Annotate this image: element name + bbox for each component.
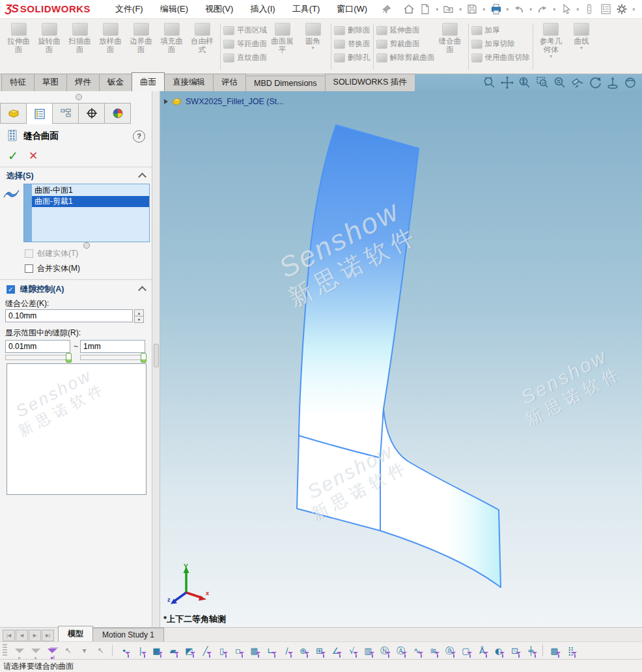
ribbon-large-button[interactable]: 边界曲 面 (126, 21, 156, 60)
command-tab[interactable]: 特征 (1, 74, 35, 91)
filter-routing-points-icon[interactable]: ╪ (524, 643, 538, 658)
filter-origins-icon[interactable]: ⊕ (296, 643, 310, 658)
ribbon-small-button[interactable]: 解除剪裁曲面 (376, 52, 435, 63)
surfaces-to-knit-listbox[interactable]: 曲面-中面1 曲面-剪裁1 (23, 184, 150, 242)
filter-vertices-icon[interactable]: • (117, 643, 131, 658)
document-name[interactable]: SWX2025_Fillet_JOE (St... (186, 97, 284, 106)
filter-splines-icon[interactable]: ∿ (410, 643, 424, 658)
selection-filter-toggle-icon[interactable] (12, 643, 26, 658)
filter-datum-targets-icon[interactable]: Å (475, 643, 489, 658)
filter-sketch-points-icon[interactable]: ▫ (231, 643, 245, 658)
gap-control-checkbox[interactable]: ✓ (7, 285, 15, 294)
tab-configurations[interactable] (52, 103, 79, 124)
toolbar-drag-handle[interactable] (3, 644, 7, 657)
filter-equations-icon[interactable]: √ (345, 643, 359, 658)
filter-mesh-faces-icon[interactable]: ▩ (548, 643, 561, 658)
ribbon-small-button[interactable]: 直纹曲面 (223, 52, 267, 63)
options-gear-icon[interactable] (614, 1, 630, 17)
tree-expand-arrow-icon[interactable] (164, 99, 168, 104)
command-tab[interactable]: 钣金 (99, 74, 132, 91)
sheet-nav-button[interactable]: ◀ (16, 630, 28, 641)
view-settings-icon[interactable] (570, 75, 585, 91)
new-document-caret[interactable]: ▾ (434, 7, 440, 12)
ok-button[interactable]: ✓ (8, 148, 18, 163)
undo-caret[interactable]: ▾ (527, 7, 534, 12)
filter-centroids-icon[interactable]: ◐ (492, 643, 505, 658)
tab-display-manager[interactable] (104, 103, 131, 124)
filter-dashed-outline-icon[interactable]: ▢ (459, 643, 473, 658)
save-caret[interactable]: ▾ (481, 7, 487, 12)
model-canvas[interactable] (160, 91, 642, 627)
ribbon-small-button[interactable]: 等距曲面 (223, 38, 267, 49)
menu-item[interactable]: 文件(F) (107, 0, 151, 18)
gap-range-max-input[interactable] (80, 340, 145, 353)
gap-range-max-slider[interactable] (80, 355, 147, 360)
ribbon-small-button[interactable]: 替换面 (334, 38, 370, 49)
listbox-resize-handle[interactable] (83, 242, 90, 249)
sheet-nav-button[interactable]: |◀ (3, 630, 15, 641)
selection-group-header[interactable]: 选择(S) (0, 169, 152, 182)
slider-knob[interactable] (141, 353, 147, 363)
filter-weld-beads-icon[interactable]: ≋ (426, 643, 440, 658)
ribbon-large-button[interactable]: 参考几 何体 ▾ (536, 21, 566, 60)
sheet-nav-button[interactable]: ▶ (29, 630, 41, 641)
filter-sketches-icon[interactable]: ▦ (247, 643, 261, 658)
filter-faces-icon[interactable]: ■ (150, 643, 163, 658)
ribbon-large-button[interactable]: 圆角 ▾ (298, 21, 328, 60)
menu-item[interactable]: 插入(I) (242, 0, 283, 18)
redo-caret[interactable]: ▾ (551, 7, 557, 12)
panel-collapse-handle[interactable] (76, 94, 82, 100)
panel-splitter[interactable] (152, 91, 160, 627)
filter-coordinate-systems-icon[interactable]: ⊞ (313, 643, 326, 658)
tab-property-manager[interactable] (26, 103, 53, 124)
selected-surface-item[interactable]: 曲面-中面1 (32, 185, 149, 196)
command-tab[interactable]: 曲面 (132, 72, 165, 91)
filter-surface-bodies-icon[interactable]: ▰ (166, 643, 180, 658)
ribbon-large-button[interactable]: 旋转曲 面 (34, 21, 64, 60)
slider-knob[interactable] (66, 353, 72, 363)
gap-results-listbox[interactable] (7, 363, 147, 495)
open-document-icon[interactable] (441, 1, 456, 17)
filter-dimension-values-icon[interactable]: ▥ (361, 643, 375, 658)
undo-icon[interactable] (511, 1, 527, 17)
select-cursor-caret[interactable]: ▾ (574, 7, 581, 12)
pan-icon[interactable] (499, 75, 515, 91)
separator-1[interactable] (110, 643, 115, 658)
sheet-nav-button[interactable]: ▶| (42, 630, 54, 641)
splitter-grip[interactable] (154, 344, 159, 367)
select-dropdown-caret[interactable]: ▾ (77, 643, 91, 658)
knit-surface-button[interactable]: 缝合曲 面 (435, 21, 466, 60)
command-tab[interactable]: 直接编辑 (164, 74, 214, 91)
pin-menu-icon[interactable] (382, 4, 392, 14)
zoom-to-fit-icon[interactable] (482, 75, 497, 91)
zoom-to-selection-icon[interactable] (552, 75, 568, 91)
filter-annotations-icon[interactable]: Ⓐ (394, 643, 408, 658)
open-document-caret[interactable]: ▾ (457, 7, 464, 12)
sheet-tab[interactable]: 模型 (58, 626, 93, 642)
home-icon[interactable] (401, 1, 417, 17)
ribbon-large-button[interactable]: 扫描曲 面 (64, 21, 95, 60)
ribbon-large-button[interactable]: 填充曲 面 (156, 21, 187, 60)
menu-item[interactable]: 工具(T) (285, 0, 328, 18)
gap-control-group-header[interactable]: ✓ 缝隙控制(A) (0, 283, 152, 296)
options-gear-caret[interactable]: ▾ (630, 7, 637, 12)
ribbon-small-button[interactable]: 延伸曲面 (376, 25, 435, 36)
model-surface-trim[interactable] (380, 409, 501, 587)
select-cursor-icon[interactable]: ↖ (61, 643, 75, 658)
spinner-down-icon[interactable]: ▼ (134, 316, 144, 323)
menu-item[interactable]: 视图(V) (197, 0, 241, 18)
zoom-in-out-icon[interactable] (517, 75, 533, 91)
filter-solid-bodies-icon[interactable]: ◩ (182, 643, 196, 658)
filter-axes-icon[interactable]: ╱ (199, 643, 212, 658)
select-cursor-icon[interactable] (558, 1, 574, 17)
command-tab[interactable]: MBD Dimensions (245, 76, 326, 91)
zoom-to-area-icon[interactable] (535, 75, 550, 91)
selected-surface-item[interactable]: 曲面-剪裁1 (32, 196, 149, 207)
sheet-tab[interactable]: Motion Study 1 (92, 628, 164, 642)
redo-icon[interactable] (535, 1, 550, 17)
command-tab[interactable]: SOLIDWORKS 插件 (325, 74, 415, 91)
ribbon-small-button[interactable]: 剪裁曲面 (376, 38, 435, 49)
ribbon-small-button[interactable]: 使用曲面切除 (471, 52, 530, 63)
graphics-area[interactable]: SWX2025_Fillet_JOE (St... Senshow 新思诺软件 … (160, 91, 642, 627)
filter-midpoints-icon[interactable]: ∕ (280, 643, 294, 658)
